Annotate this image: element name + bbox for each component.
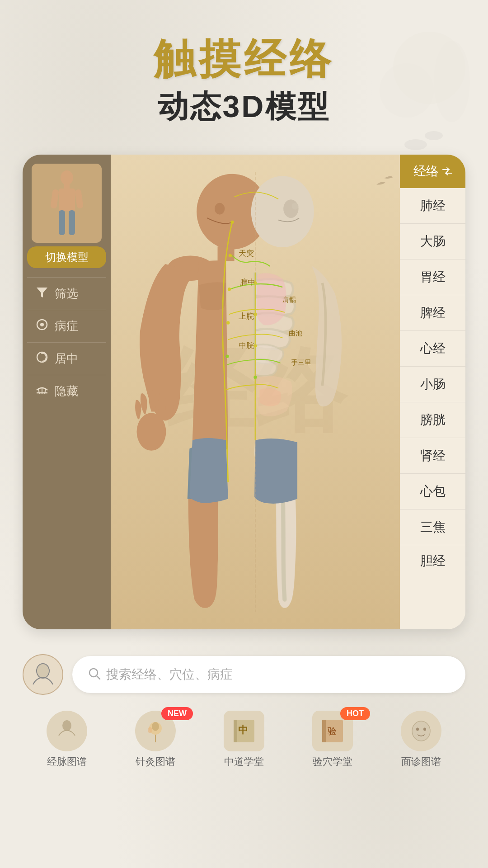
svg-point-46 <box>37 664 49 678</box>
meridian-xinbao[interactable]: 心包 <box>400 474 465 509</box>
meridian-xinjing[interactable]: 心经 <box>400 331 465 367</box>
center-label: 居中 <box>55 351 78 367</box>
right-panel: 经络 肺经 大肠 胃经 脾经 心经 小肠 膀胱 肾经 心包 三焦 胆经 <box>400 155 465 629</box>
nav-label-mian: 面诊图谱 <box>401 755 441 769</box>
hide-label: 隐藏 <box>55 383 78 399</box>
bottom-section: 搜索经络、穴位、病症 经脉图谱 NEW <box>0 643 488 782</box>
meridian-sanjiao[interactable]: 三焦 <box>400 509 465 545</box>
meridian-dachang[interactable]: 大肠 <box>400 224 465 259</box>
svg-rect-55 <box>234 720 237 742</box>
svg-text:中脘: 中脘 <box>239 341 254 350</box>
svg-rect-11 <box>69 210 75 235</box>
new-badge: NEW <box>161 707 193 720</box>
svg-point-29 <box>230 221 234 224</box>
svg-rect-6 <box>64 184 70 189</box>
svg-text:手三里: 手三里 <box>291 359 311 366</box>
svg-rect-9 <box>75 189 84 209</box>
search-bar[interactable]: 搜索经络、穴位、病症 <box>72 656 465 693</box>
svg-point-13 <box>40 323 44 326</box>
nav-item-zhongyao[interactable]: 中 中道学堂 <box>200 711 288 769</box>
svg-point-32 <box>226 321 230 324</box>
filter-icon <box>34 286 50 302</box>
svg-text:膻中: 膻中 <box>240 278 255 287</box>
svg-point-27 <box>292 203 299 210</box>
svg-point-49 <box>62 720 71 731</box>
disease-icon <box>34 318 50 334</box>
center-icon <box>34 351 50 367</box>
nav-icon-mian <box>401 711 441 751</box>
nav-icon-jingmai <box>47 711 87 751</box>
svg-point-53 <box>148 727 152 733</box>
svg-point-30 <box>229 254 232 257</box>
search-bar-row: 搜索经络、穴位、病症 <box>23 654 465 695</box>
meridian-header[interactable]: 经络 <box>400 155 465 188</box>
model-preview[interactable] <box>32 164 102 243</box>
svg-text:肩髃: 肩髃 <box>282 296 296 303</box>
svg-point-62 <box>423 728 426 731</box>
svg-line-48 <box>97 676 100 679</box>
switch-model-button[interactable]: 切换模型 <box>27 246 106 268</box>
svg-text:上脘: 上脘 <box>239 312 254 321</box>
search-placeholder: 搜索经络、穴位、病症 <box>106 666 233 683</box>
svg-point-24 <box>137 413 166 451</box>
menu-item-filter[interactable]: 筛选 <box>27 277 106 310</box>
svg-point-31 <box>228 288 231 291</box>
meridian-shenjing[interactable]: 肾经 <box>400 438 465 474</box>
main-card: 切换模型 筛选 病症 <box>23 155 465 629</box>
nav-icon-zhongyao: 中 <box>224 711 264 751</box>
svg-point-15 <box>41 352 43 354</box>
search-icon <box>88 667 101 682</box>
nav-item-shu[interactable]: HOT 验 验穴学堂 <box>288 711 377 769</box>
meridian-feijing[interactable]: 肺经 <box>400 188 465 224</box>
meridian-header-label: 经络 <box>413 163 439 180</box>
menu-item-hide[interactable]: 隐藏 <box>27 375 106 407</box>
meridian-xiaochang[interactable]: 小肠 <box>400 367 465 402</box>
left-panel: 切换模型 筛选 病症 <box>23 155 111 629</box>
body-area[interactable]: 经络 <box>111 155 400 629</box>
title-sub: 动态3D模型 <box>18 86 470 127</box>
svg-rect-8 <box>50 189 59 209</box>
meridian-pangguang[interactable]: 膀胱 <box>400 402 465 438</box>
svg-text:曲池: 曲池 <box>289 330 302 337</box>
svg-point-25 <box>251 176 314 248</box>
nav-item-jingmai[interactable]: 经脉图谱 <box>23 711 111 769</box>
menu-item-disease[interactable]: 病症 <box>27 310 106 342</box>
avatar[interactable] <box>23 654 63 695</box>
nav-item-zhenjiu[interactable]: NEW 针灸图谱 <box>111 711 200 769</box>
meridian-weijing[interactable]: 胃经 <box>400 259 465 295</box>
svg-point-61 <box>416 728 419 731</box>
nav-label-zhongyao: 中道学堂 <box>224 755 264 769</box>
svg-point-51 <box>152 722 159 731</box>
svg-point-5 <box>61 170 73 185</box>
hide-icon <box>34 384 50 399</box>
hot-badge: HOT <box>340 707 370 720</box>
meridian-danjing-partial[interactable]: 胆经 <box>400 545 465 568</box>
svg-text:中: 中 <box>238 724 248 736</box>
meridian-switch-icon <box>442 164 452 179</box>
disease-label: 病症 <box>55 318 78 334</box>
menu-item-center[interactable]: 居中 <box>27 342 106 375</box>
bottom-nav: 经脉图谱 NEW 针灸图谱 <box>23 706 465 773</box>
nav-label-zhenjiu: 针灸图谱 <box>136 755 175 769</box>
filter-label: 筛选 <box>55 286 78 302</box>
svg-rect-58 <box>322 720 326 742</box>
nav-label-shu: 验穴学堂 <box>313 755 352 769</box>
nav-item-mian[interactable]: 面诊图谱 <box>377 711 465 769</box>
svg-rect-10 <box>59 210 65 235</box>
meridian-pijing[interactable]: 脾经 <box>400 295 465 331</box>
svg-point-60 <box>412 721 430 741</box>
svg-text:天突: 天突 <box>239 249 254 258</box>
svg-text:验: 验 <box>328 726 337 736</box>
svg-point-33 <box>225 355 229 358</box>
title-main: 触摸经络 <box>18 36 470 82</box>
header-section: 触摸经络 动态3D模型 <box>0 0 488 146</box>
nav-label-jingmai: 经脉图谱 <box>47 755 87 769</box>
svg-rect-7 <box>59 189 75 211</box>
svg-point-21 <box>215 203 225 215</box>
